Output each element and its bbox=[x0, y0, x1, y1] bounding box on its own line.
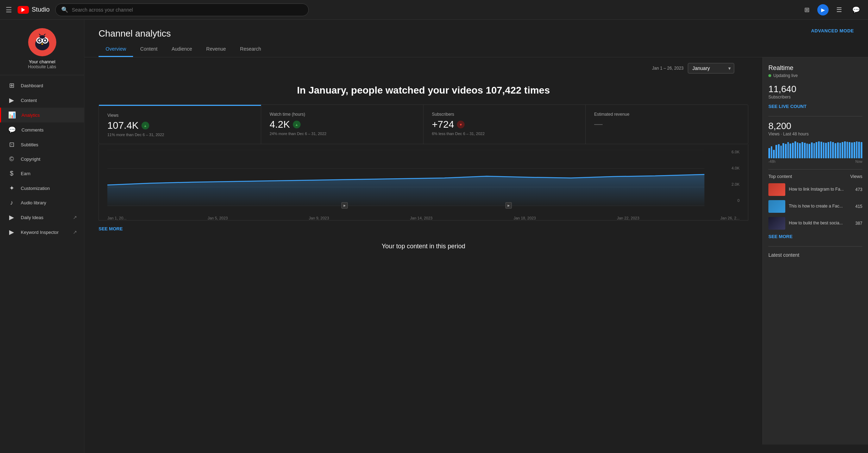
analytics-icon: 📊 bbox=[8, 111, 16, 119]
y-label: 4.0K bbox=[722, 166, 740, 170]
search-input[interactable] bbox=[72, 7, 303, 13]
tab-research[interactable]: Research bbox=[233, 42, 268, 57]
page-title: Channel analytics bbox=[99, 28, 171, 39]
x-label: Jan 14, 2023 bbox=[410, 216, 433, 220]
topbar: ☰ Studio 🔍 ⊞ ▶ ☰ 💬 bbox=[0, 0, 868, 20]
mini-bar-segment bbox=[858, 142, 860, 158]
metric-label: Estimated revenue bbox=[594, 112, 740, 117]
metric-value-row: +724 ▼ bbox=[432, 119, 577, 130]
metric-card-views[interactable]: Views 107.4K ▲ 11% more than Dec 6 – 31,… bbox=[99, 105, 261, 144]
metric-label: Watch time (hours) bbox=[270, 112, 415, 117]
realtime-title: Realtime bbox=[768, 64, 862, 72]
tab-revenue[interactable]: Revenue bbox=[199, 42, 233, 57]
y-label: 2.0K bbox=[722, 182, 740, 186]
daily-ideas-icon: ▶ bbox=[8, 213, 15, 221]
video-marker[interactable]: ▶ bbox=[341, 202, 348, 209]
see-live-button[interactable]: SEE LIVE COUNT bbox=[768, 104, 862, 109]
avatar bbox=[28, 28, 56, 56]
tab-audience[interactable]: Audience bbox=[164, 42, 199, 57]
menu-dots-icon[interactable]: ☰ bbox=[833, 4, 845, 16]
svg-point-7 bbox=[44, 39, 46, 42]
see-more-button[interactable]: SEE MORE bbox=[99, 221, 748, 234]
sidebar-item-label: Earn bbox=[21, 171, 77, 176]
live-indicator: Updating live bbox=[768, 73, 862, 78]
tab-content[interactable]: Content bbox=[133, 42, 164, 57]
latest-content-title: Latest content bbox=[768, 252, 862, 258]
earn-icon: $ bbox=[8, 170, 15, 177]
subs-badge: ▼ bbox=[457, 121, 465, 128]
metric-value: 4.2K bbox=[270, 119, 290, 130]
chart-y-labels: 6.0K 4.0K 2.0K 0 bbox=[722, 150, 740, 203]
content-area: Channel analytics ADVANCED MODE Overview… bbox=[84, 20, 868, 453]
date-dropdown[interactable]: January February March Last 28 days Last… bbox=[688, 63, 734, 74]
mini-bar-segment bbox=[844, 141, 846, 158]
top-content-text: Top content bbox=[768, 174, 792, 179]
channel-name: Your channel bbox=[29, 59, 55, 64]
metric-value-row: — bbox=[594, 119, 740, 129]
mini-bar-segment bbox=[861, 142, 862, 158]
content-thumb bbox=[768, 183, 785, 196]
sidebar-item-keyword-inspector[interactable]: ▶ Keyword Inspector ↗ bbox=[0, 225, 84, 240]
sidebar-item-audio-library[interactable]: ♪ Audio library bbox=[0, 196, 84, 210]
mini-bar-segment bbox=[839, 143, 841, 158]
studio-logo[interactable]: Studio bbox=[18, 6, 50, 14]
message-icon-btn[interactable]: 💬 bbox=[850, 4, 862, 16]
content-title: How to link Instagram to Fa... bbox=[789, 187, 852, 192]
video-marker[interactable]: ▶ bbox=[505, 202, 512, 209]
mini-bar-segment bbox=[851, 142, 853, 158]
content-title: This is how to create a Fac... bbox=[789, 204, 852, 209]
sidebar-item-label: Daily Ideas bbox=[21, 215, 67, 220]
sidebar-item-content[interactable]: ▶ Content bbox=[0, 93, 84, 108]
studio-label: Studio bbox=[32, 6, 50, 13]
play-badge[interactable]: ▶ bbox=[817, 4, 829, 15]
content-item[interactable]: How to link Instagram to Fa... 473 bbox=[768, 183, 862, 196]
views-label: Views · Last 48 hours bbox=[768, 132, 862, 136]
mini-bar-segment bbox=[790, 143, 791, 158]
sidebar-item-dashboard[interactable]: ⊞ Dashboard bbox=[0, 78, 84, 93]
mini-bar-segment bbox=[842, 142, 843, 158]
advanced-mode-button[interactable]: ADVANCED MODE bbox=[811, 28, 854, 33]
mini-bar-segment bbox=[809, 144, 810, 158]
main-layout: Your channel Hootsuite Labs ⊞ Dashboard … bbox=[0, 20, 868, 453]
analytics-icon-btn[interactable]: ⊞ bbox=[800, 4, 813, 16]
tab-overview[interactable]: Overview bbox=[99, 42, 133, 57]
mini-bar-segment bbox=[854, 142, 855, 158]
mini-bar-segment bbox=[773, 150, 775, 158]
customization-icon: ✦ bbox=[8, 184, 15, 192]
x-label: Jan 22, 2023 bbox=[617, 216, 640, 220]
metric-card-subscribers[interactable]: Subscribers +724 ▼ 6% less than Dec 6 – … bbox=[423, 105, 586, 144]
sidebar-item-earn[interactable]: $ Earn bbox=[0, 166, 84, 181]
youtube-icon bbox=[18, 6, 29, 14]
search-bar[interactable]: 🔍 bbox=[55, 4, 309, 16]
metric-card-revenue[interactable]: Estimated revenue — bbox=[586, 105, 748, 144]
mini-bar-segment bbox=[778, 144, 780, 158]
content-thumb bbox=[768, 217, 785, 230]
mini-bar-segment bbox=[823, 142, 825, 158]
content-item[interactable]: This is how to create a Fac... 415 bbox=[768, 200, 862, 213]
sidebar-item-copyright[interactable]: © Copyright bbox=[0, 152, 84, 166]
live-dot bbox=[768, 74, 771, 77]
mini-bar-segment bbox=[792, 143, 794, 158]
sidebar-item-subtitles[interactable]: ⊡ Subtitles bbox=[0, 137, 84, 152]
mini-bar-segment bbox=[811, 142, 813, 158]
sidebar-item-label: Subtitles bbox=[21, 142, 77, 147]
metric-card-watch-time[interactable]: Watch time (hours) 4.2K ▲ 24% more than … bbox=[261, 105, 423, 144]
chart-x-labels: Jan 1, 20... Jan 5, 2023 Jan 9, 2023 Jan… bbox=[107, 213, 740, 220]
date-select-wrap[interactable]: January February March Last 28 days Last… bbox=[688, 63, 734, 74]
sidebar-item-label: Content bbox=[21, 98, 77, 103]
mini-bar-segment bbox=[835, 143, 836, 158]
sidebar-item-customization[interactable]: ✦ Customization bbox=[0, 181, 84, 196]
menu-icon[interactable]: ☰ bbox=[6, 6, 12, 14]
mini-bar-segment bbox=[785, 144, 787, 158]
see-more-realtime-button[interactable]: SEE MORE bbox=[768, 234, 862, 239]
sidebar-item-daily-ideas[interactable]: ▶ Daily Ideas ↗ bbox=[0, 210, 84, 225]
content-meta: How to build the best socia... bbox=[789, 221, 852, 226]
divider bbox=[768, 169, 862, 170]
content-item[interactable]: How to build the best socia... 387 bbox=[768, 217, 862, 230]
content-views: 473 bbox=[855, 187, 862, 192]
channel-sub: Hootsuite Labs bbox=[28, 64, 56, 69]
sidebar-item-comments[interactable]: 💬 Comments bbox=[0, 122, 84, 137]
sidebar-item-analytics[interactable]: 📊 Analytics bbox=[0, 108, 84, 122]
metric-value-row: 107.4K ▲ bbox=[107, 120, 252, 131]
divider bbox=[768, 246, 862, 247]
